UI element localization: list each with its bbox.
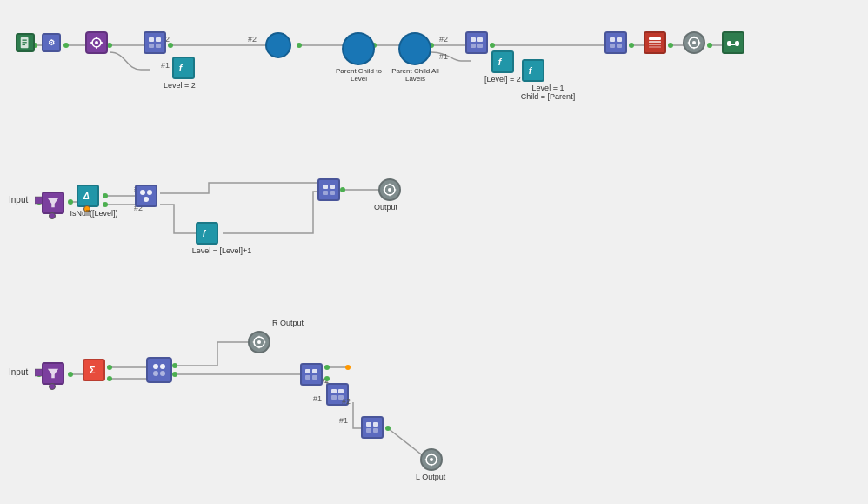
svg-rect-108 bbox=[649, 44, 661, 45]
svg-point-123 bbox=[147, 190, 152, 195]
svg-point-76 bbox=[324, 365, 330, 370]
svg-point-86 bbox=[95, 41, 98, 44]
browse-tool-r1[interactable] bbox=[722, 31, 744, 54]
output-tool-r2[interactable]: Output bbox=[378, 178, 401, 201]
data-input-tool[interactable]: ⚙ bbox=[42, 33, 61, 52]
formula-child-parent-label: Level = 1Child = [Parent] bbox=[513, 84, 583, 101]
svg-point-61 bbox=[103, 202, 108, 207]
svg-point-77 bbox=[324, 376, 330, 381]
input-text-r2: Input bbox=[9, 195, 28, 205]
svg-point-58 bbox=[68, 199, 73, 205]
parent-child-to-level[interactable]: Parent Child toLevel bbox=[342, 32, 375, 65]
svg-rect-155 bbox=[331, 395, 337, 400]
workflow-canvas: #2 #1 #2 #1 #2 #1 #3 #2 #1 bbox=[0, 0, 868, 504]
svg-rect-107 bbox=[649, 41, 661, 43]
svg-point-35 bbox=[63, 43, 69, 48]
svg-rect-152 bbox=[312, 375, 317, 380]
svg-point-78 bbox=[345, 365, 351, 370]
formula-level-plus1[interactable]: f Level = [Level]+1 bbox=[196, 222, 218, 245]
svg-rect-109 bbox=[649, 46, 661, 48]
join-r2-output[interactable] bbox=[317, 178, 340, 201]
svg-point-62 bbox=[340, 187, 345, 192]
svg-rect-90 bbox=[100, 42, 103, 44]
output-r2-label: Output bbox=[374, 203, 397, 212]
svg-marker-120 bbox=[48, 198, 58, 208]
svg-rect-157 bbox=[366, 422, 371, 427]
svg-point-144 bbox=[257, 340, 261, 344]
svg-rect-89 bbox=[90, 42, 93, 44]
svg-rect-153 bbox=[331, 389, 337, 393]
book-tool[interactable] bbox=[16, 33, 35, 52]
svg-rect-103 bbox=[617, 37, 622, 42]
filter-tool-r3[interactable] bbox=[42, 362, 64, 385]
svg-text:#2: #2 bbox=[439, 35, 448, 44]
svg-point-111 bbox=[692, 41, 696, 44]
svg-point-122 bbox=[140, 190, 145, 195]
parent-child-all-levels[interactable]: Parent Child AllLavels bbox=[398, 32, 431, 65]
svg-rect-98 bbox=[471, 44, 476, 48]
svg-text:#2: #2 bbox=[248, 35, 257, 44]
output-tool-r3-left[interactable]: L Output bbox=[420, 448, 443, 471]
output-tool-r3-right[interactable]: R Output bbox=[248, 331, 270, 353]
filter-tool-r2[interactable] bbox=[42, 192, 64, 214]
join-r3[interactable] bbox=[146, 357, 172, 383]
formula-level2-label: Level = 2 bbox=[164, 81, 196, 90]
label-num1-r3: #1 bbox=[313, 394, 322, 403]
svg-point-69 bbox=[107, 376, 112, 381]
append-r3-bottom[interactable] bbox=[361, 416, 384, 439]
svg-point-162 bbox=[430, 458, 433, 461]
svg-rect-99 bbox=[477, 44, 483, 48]
svg-point-79 bbox=[385, 426, 391, 431]
formula-level-plus1-label: Level = [Level]+1 bbox=[183, 246, 261, 255]
join-r3-mid1[interactable] bbox=[300, 363, 323, 386]
svg-point-68 bbox=[107, 365, 112, 370]
svg-rect-127 bbox=[330, 185, 335, 189]
join-tool-r1[interactable] bbox=[85, 31, 108, 54]
svg-point-40 bbox=[168, 43, 173, 48]
join-r1-final[interactable] bbox=[604, 31, 627, 54]
formula-level2[interactable]: f Level = 2 bbox=[172, 57, 195, 79]
formula-level-eq2[interactable]: f [Level] = 2 bbox=[491, 50, 514, 73]
svg-text:#1: #1 bbox=[339, 416, 348, 425]
svg-point-50 bbox=[629, 43, 634, 48]
svg-rect-116 bbox=[727, 41, 731, 46]
formula-isnull[interactable]: Δ IsNull([Level]) bbox=[77, 185, 99, 207]
join-r1-5[interactable] bbox=[465, 31, 488, 54]
svg-text:Σ: Σ bbox=[90, 365, 96, 375]
svg-rect-84 bbox=[23, 44, 26, 45]
svg-rect-92 bbox=[156, 37, 161, 42]
formula-level-eq2-label: [Level] = 2 bbox=[484, 75, 521, 84]
svg-point-54 bbox=[707, 43, 712, 48]
svg-rect-129 bbox=[330, 191, 335, 195]
isnull-label: IsNull([Level]) bbox=[63, 209, 124, 218]
svg-rect-94 bbox=[156, 44, 161, 48]
svg-rect-149 bbox=[305, 369, 310, 373]
svg-rect-91 bbox=[149, 37, 154, 42]
saw-tool-r1[interactable] bbox=[683, 31, 705, 54]
svg-text:f: f bbox=[529, 65, 533, 76]
append-tool-r1[interactable] bbox=[144, 31, 166, 54]
svg-point-73 bbox=[172, 372, 177, 377]
svg-text:f: f bbox=[179, 63, 184, 73]
svg-rect-126 bbox=[323, 185, 328, 189]
svg-rect-106 bbox=[649, 37, 661, 40]
formula-child-parent[interactable]: f Level = 1Child = [Parent] bbox=[522, 59, 544, 82]
svg-point-139 bbox=[153, 364, 158, 369]
svg-rect-150 bbox=[312, 369, 317, 373]
input-label-r3: Input bbox=[9, 367, 28, 377]
svg-rect-160 bbox=[373, 428, 378, 433]
svg-point-52 bbox=[668, 43, 673, 48]
svg-text:#1: #1 bbox=[161, 61, 170, 70]
svg-marker-137 bbox=[48, 369, 58, 379]
summarize-tool-r3[interactable]: Σ bbox=[83, 359, 105, 381]
svg-point-66 bbox=[68, 372, 73, 377]
svg-point-142 bbox=[160, 371, 165, 376]
circle-blue-r1n1[interactable] bbox=[265, 32, 291, 58]
svg-text:#1: #1 bbox=[439, 52, 448, 61]
svg-rect-154 bbox=[338, 389, 344, 393]
table-output-tool[interactable] bbox=[644, 31, 666, 54]
join-r2[interactable] bbox=[135, 185, 157, 207]
svg-point-42 bbox=[297, 43, 302, 48]
r-output-label: R Output bbox=[272, 319, 304, 327]
svg-rect-104 bbox=[610, 44, 615, 48]
